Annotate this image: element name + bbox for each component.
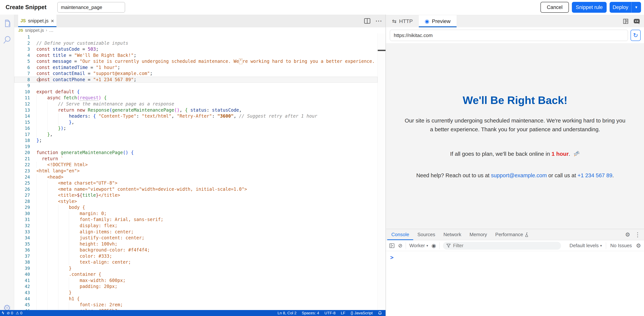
code-line[interactable]: 6const estimatedTime = "1 hour"; bbox=[14, 65, 378, 71]
code-line[interactable]: 39} bbox=[14, 265, 378, 271]
tab-performance[interactable]: Performance bbox=[491, 229, 533, 240]
code-line[interactable]: 24<head> bbox=[14, 174, 378, 180]
encoding-setting[interactable]: UTF-8 bbox=[324, 311, 336, 315]
code-line[interactable]: 42padding: 20px; bbox=[14, 283, 378, 290]
email-link[interactable]: support@example.com bbox=[491, 172, 547, 178]
search-icon[interactable] bbox=[2, 35, 12, 45]
code-line[interactable]: 40.container { bbox=[14, 271, 378, 277]
scrollbar-thumb[interactable] bbox=[378, 50, 386, 51]
code-line[interactable]: 26<meta name="viewport" content="width=d… bbox=[14, 186, 378, 192]
url-input[interactable] bbox=[390, 30, 628, 41]
problems-warnings[interactable]: ⚠ 0 bbox=[16, 311, 22, 315]
code-line[interactable]: 19 bbox=[14, 144, 378, 150]
issues-counter[interactable]: No Issues bbox=[610, 243, 632, 248]
code-line[interactable]: 36background-color: #f4f4f4; bbox=[14, 247, 378, 253]
tab-console[interactable]: Console bbox=[387, 229, 413, 240]
console-settings-icon[interactable]: ⚙ bbox=[636, 242, 641, 249]
code-line[interactable]: 38text-align: center; bbox=[14, 259, 378, 265]
snippet-name-input[interactable] bbox=[57, 2, 125, 13]
live-expression-eye-icon[interactable]: ◉ bbox=[432, 242, 436, 249]
code-line[interactable]: 31font-family: Arial, sans-serif; bbox=[14, 216, 378, 223]
code-line[interactable]: 33align-items: center; bbox=[14, 229, 378, 235]
editor-scrollbar[interactable] bbox=[378, 33, 386, 310]
more-actions-icon[interactable]: ⋯ bbox=[375, 17, 382, 25]
maintenance-help: Need help? Reach out to us at support@ex… bbox=[403, 172, 627, 179]
code-line[interactable]: 44h1 { bbox=[14, 296, 378, 302]
code-line[interactable]: 8const contactPhone = "+1 234 567 89"; bbox=[14, 77, 378, 83]
indentation-setting[interactable]: Spaces: 4 bbox=[302, 311, 319, 315]
code-line[interactable]: 37color: #333; bbox=[14, 253, 378, 259]
breadcrumb-symbol[interactable]: … bbox=[49, 28, 54, 33]
code-editor[interactable]: 12// Define your customizable inputs3con… bbox=[14, 33, 378, 310]
cursor-position[interactable]: Ln 8, Col 2 bbox=[278, 311, 296, 315]
code-line[interactable]: 14headers: { "Content-Type": "text/html"… bbox=[14, 113, 378, 119]
code-line[interactable]: 34justify-content: center; bbox=[14, 235, 378, 241]
code-text: <meta name="viewport" content="width=dev… bbox=[30, 186, 378, 192]
console-prompt-row[interactable]: > bbox=[386, 251, 644, 261]
files-icon[interactable] bbox=[2, 19, 12, 29]
code-line[interactable]: 27<title>${title}</title> bbox=[14, 192, 378, 198]
code-line[interactable]: 1 bbox=[14, 34, 378, 40]
close-icon[interactable]: × bbox=[51, 18, 54, 24]
code-line[interactable]: 30margin: 0; bbox=[14, 211, 378, 217]
breadcrumb-file[interactable]: snippet.js bbox=[25, 28, 44, 33]
kebab-menu-icon[interactable]: ⋮ bbox=[635, 231, 641, 238]
phone-link[interactable]: +1 234 567 89 bbox=[578, 172, 612, 178]
code-line[interactable]: 43} bbox=[14, 290, 378, 296]
filter-input[interactable] bbox=[453, 243, 558, 248]
problems-errors[interactable]: ⊘ 0 bbox=[7, 311, 13, 315]
code-line[interactable]: 16}); bbox=[14, 125, 378, 131]
code-line[interactable]: 22<!DOCTYPE html> bbox=[14, 162, 378, 168]
code-line[interactable]: 18}; bbox=[14, 137, 378, 144]
eol-setting[interactable]: LF bbox=[341, 311, 345, 315]
cancel-button[interactable]: Cancel bbox=[540, 2, 569, 13]
code-line[interactable]: 13return new Response(generateMaintenanc… bbox=[14, 107, 378, 113]
tab-snippet-js[interactable]: JS snippet.js × bbox=[18, 15, 56, 27]
tab-memory[interactable]: Memory bbox=[465, 229, 491, 240]
split-editor-icon[interactable] bbox=[364, 18, 370, 24]
refresh-button[interactable]: ↻ bbox=[630, 30, 641, 41]
code-line[interactable]: 23<html lang="en"> bbox=[14, 168, 378, 174]
default-levels-dropdown[interactable]: Default levels ▾ bbox=[570, 243, 602, 248]
code-line[interactable]: 35height: 100vh; bbox=[14, 241, 378, 247]
bell-icon[interactable] bbox=[378, 311, 382, 315]
code-line[interactable]: 20function generateMaintenancePage() { bbox=[14, 150, 378, 156]
tab-http[interactable]: ⇆ HTTP bbox=[386, 15, 419, 27]
breadcrumb[interactable]: JS snippet.js › … bbox=[14, 27, 386, 33]
code-line[interactable]: 29body { bbox=[14, 204, 378, 211]
snippet-rule-button[interactable]: Snippet rule bbox=[572, 2, 606, 13]
remote-indicator-icon[interactable]: ϟ bbox=[2, 310, 4, 315]
code-line[interactable]: 45font-size: 2rem; bbox=[14, 302, 378, 308]
code-line[interactable]: 25<meta charset="UTF-8"> bbox=[14, 180, 378, 186]
code-line[interactable]: 7const contactEmail = "support@example.c… bbox=[14, 71, 378, 77]
code-line[interactable]: 11async fetch(request) { bbox=[14, 95, 378, 101]
code-line[interactable]: 41max-width: 600px; bbox=[14, 277, 378, 284]
console-filter[interactable] bbox=[443, 242, 561, 250]
code-line[interactable]: 2// Define your customizable inputs bbox=[14, 40, 378, 46]
code-line[interactable]: 4const title = "We'll Be Right Back!"; bbox=[14, 52, 378, 59]
language-mode[interactable]: {} JavaScript bbox=[350, 311, 373, 315]
clear-console-icon[interactable]: ⊘ bbox=[398, 242, 402, 249]
docs-book-icon[interactable] bbox=[622, 18, 629, 25]
code-line[interactable]: 5const message = "Our site is currently … bbox=[14, 58, 378, 65]
code-line[interactable]: 32display: flex; bbox=[14, 223, 378, 229]
tab-sources[interactable]: Sources bbox=[413, 229, 439, 240]
pane-divider[interactable] bbox=[386, 15, 386, 316]
tab-network[interactable]: Network bbox=[439, 229, 465, 240]
deploy-dropdown-caret[interactable]: ▾ bbox=[631, 2, 641, 13]
code-line[interactable]: 28<style> bbox=[14, 198, 378, 205]
code-line[interactable]: 9 bbox=[14, 83, 378, 89]
code-line[interactable]: 15}, bbox=[14, 119, 378, 125]
discord-icon[interactable] bbox=[633, 18, 640, 25]
code-line[interactable]: 21return ` bbox=[14, 156, 378, 162]
code-line[interactable]: 3const statusCode = 503; bbox=[14, 46, 378, 52]
code-line[interactable]: 17}, bbox=[14, 131, 378, 138]
code-line[interactable]: 10export default { bbox=[14, 89, 378, 95]
devtools-settings-icon[interactable]: ⚙ bbox=[625, 231, 630, 238]
code-line[interactable]: 12// Serve the maintenance page as a res… bbox=[14, 101, 378, 107]
deploy-button[interactable]: Deploy bbox=[610, 2, 631, 13]
code-line[interactable]: 46color: #0056b3; bbox=[14, 308, 378, 310]
console-sidebar-icon[interactable] bbox=[389, 243, 395, 248]
context-selector[interactable]: Worker ▾ bbox=[409, 243, 428, 248]
tab-preview[interactable]: ◉ Preview bbox=[419, 15, 456, 27]
